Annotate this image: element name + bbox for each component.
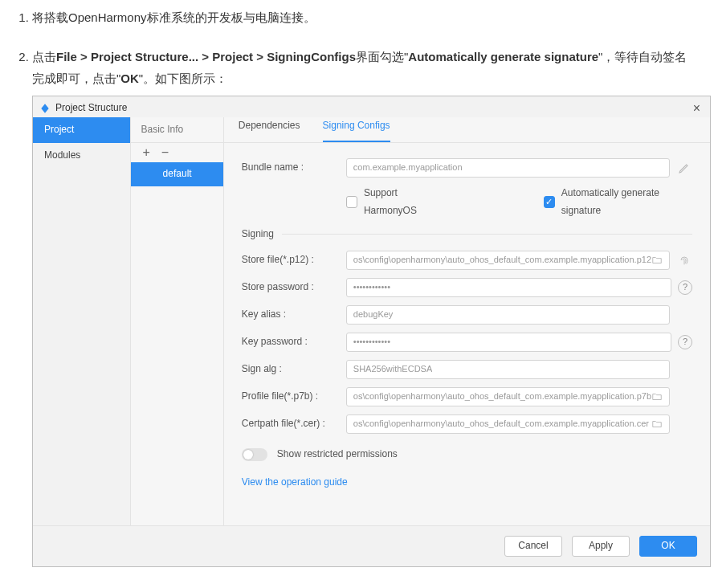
step-2-end: "。如下图所示： <box>139 71 227 85</box>
toggle-restricted-permissions[interactable] <box>242 448 267 461</box>
nav-item-project[interactable]: Project <box>33 117 130 143</box>
config-list-column: Basic Info + − default <box>131 117 223 525</box>
help-icon[interactable]: ? <box>678 335 692 349</box>
close-icon[interactable]: × <box>690 102 704 115</box>
folder-icon[interactable] <box>651 255 663 266</box>
key-alias-field[interactable]: debugKey <box>346 305 670 325</box>
spacer <box>676 307 692 323</box>
sign-alg-field[interactable]: SHA256withECDSA <box>346 360 670 379</box>
section-signing-title: Signing <box>242 226 274 243</box>
step-1: 将搭载OpenHarmony标准系统的开发板与电脑连接。 <box>32 6 698 28</box>
checkbox-unchecked-icon <box>346 196 357 208</box>
spacer <box>676 389 692 405</box>
ok-button[interactable]: OK <box>639 536 697 557</box>
config-item-default[interactable]: default <box>131 162 222 186</box>
section-divider <box>282 234 692 235</box>
label-store-password: Store password : <box>242 279 346 296</box>
label-store-file: Store file(*.p12) : <box>242 251 346 269</box>
nav-item-modules[interactable]: Modules <box>33 143 130 169</box>
bundle-name-field[interactable]: com.example.myapplication <box>346 158 670 178</box>
spacer <box>676 416 692 432</box>
profile-file-field[interactable]: os\config\openharmony\auto_ohos_default_… <box>346 387 670 406</box>
label-key-password: Key password : <box>242 333 346 351</box>
apply-button[interactable]: Apply <box>572 536 630 557</box>
store-password-field[interactable]: •••••••••••• <box>346 278 671 297</box>
checkbox-auto-generate-signature[interactable]: ✓ Automatically generate signature <box>544 185 692 219</box>
step-2-ok: OK <box>120 71 139 85</box>
step-2: 点击File > Project Structure... > Project … <box>32 46 698 567</box>
right-pane: Dependencies Signing Configs Bundle name… <box>224 117 710 525</box>
tab-basic-info[interactable]: Basic Info <box>141 121 183 139</box>
store-file-field[interactable]: os\config\openharmony\auto_ohos_default_… <box>346 251 670 270</box>
label-auto-generate-signature: Automatically generate signature <box>561 185 692 219</box>
step-1-text: 将搭载OpenHarmony标准系统的开发板与电脑连接。 <box>32 10 316 24</box>
cancel-button[interactable]: Cancel <box>504 536 562 557</box>
label-profile-file: Profile file(*.p7b) : <box>242 388 346 406</box>
step-2-pre: 点击 <box>32 50 56 63</box>
step-2-mid1: 界面勾选" <box>356 50 408 63</box>
deveco-logo-icon <box>39 103 51 114</box>
certpath-file-field[interactable]: os\config\openharmony\auto_ohos_default_… <box>346 414 670 434</box>
label-support-harmonyos: Support HarmonyOS <box>364 185 447 219</box>
spacer <box>676 361 692 378</box>
checkbox-support-harmonyos[interactable]: Support HarmonyOS <box>346 185 447 219</box>
folder-icon[interactable] <box>651 419 663 430</box>
dialog-title: Project Structure <box>55 100 127 117</box>
tab-dependencies[interactable]: Dependencies <box>239 117 300 142</box>
checkbox-checked-icon: ✓ <box>544 196 555 208</box>
fingerprint-icon[interactable] <box>676 252 692 268</box>
step-2-auto: Automatically generate signature <box>408 50 598 63</box>
remove-config-button[interactable]: − <box>161 141 169 165</box>
label-certpath-file: Certpath file(*.cer) : <box>242 415 346 433</box>
project-structure-dialog: Project Structure × Project Modules Basi… <box>32 96 711 567</box>
edit-icon[interactable] <box>676 160 692 176</box>
label-bundle-name: Bundle name : <box>242 159 346 177</box>
label-key-alias: Key alias : <box>242 306 346 324</box>
folder-icon[interactable] <box>651 391 663 402</box>
label-sign-alg: Sign alg : <box>242 361 346 378</box>
step-2-path: File > Project Structure... > Project > … <box>56 50 356 63</box>
key-password-field[interactable]: •••••••••••• <box>346 333 671 352</box>
step-3: 在编辑窗口右上角的工具栏，点击 按钮运行。效果如下图所示： <box>32 585 698 588</box>
help-icon[interactable]: ? <box>678 280 692 295</box>
left-nav: Project Modules <box>33 117 131 525</box>
link-operation-guide[interactable]: View the operation guide <box>242 474 348 492</box>
tab-signing-configs[interactable]: Signing Configs <box>323 117 390 142</box>
dialog-footer: Cancel Apply OK <box>33 525 710 566</box>
add-config-button[interactable]: + <box>142 141 149 165</box>
dialog-titlebar: Project Structure × <box>33 96 710 117</box>
label-restricted-permissions: Show restricted permissions <box>277 446 398 463</box>
